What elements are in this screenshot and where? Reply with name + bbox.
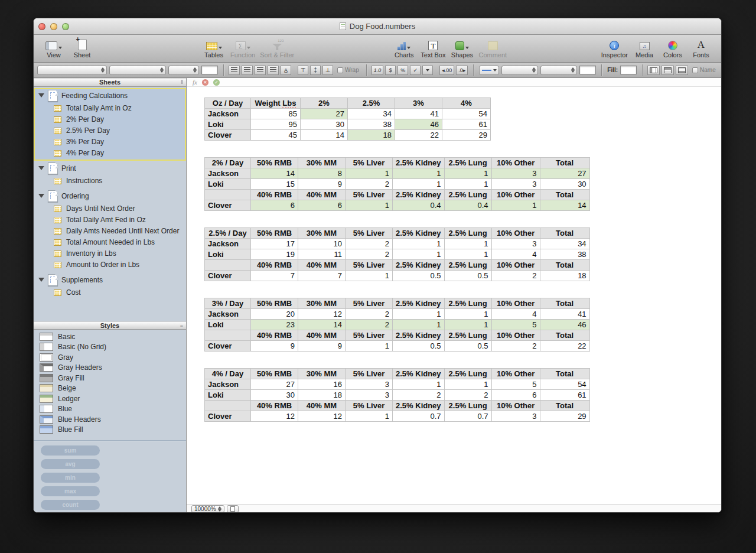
- header-cell[interactable]: 2.5% Kidney: [393, 369, 445, 379]
- style-item-blue[interactable]: Blue: [34, 404, 186, 415]
- cell[interactable]: 29: [540, 411, 589, 422]
- table-item-4-per-day[interactable]: 4% Per Day: [34, 148, 186, 159]
- header-cell[interactable]: [205, 260, 251, 271]
- cell[interactable]: 6: [298, 200, 346, 211]
- header-cell[interactable]: 4% / Day: [205, 369, 251, 379]
- cell[interactable]: 12: [298, 309, 346, 320]
- cell[interactable]: 18: [540, 271, 589, 281]
- header-cell[interactable]: 10% Other: [491, 369, 540, 379]
- header-cell[interactable]: 50% RMB: [251, 158, 298, 168]
- cell[interactable]: 3: [491, 411, 540, 422]
- zoom-control[interactable]: 10000%: [191, 505, 224, 513]
- header-cell[interactable]: 10% Other: [491, 158, 540, 168]
- align-left-button[interactable]: [229, 66, 240, 75]
- close-button[interactable]: [38, 23, 45, 30]
- row-label-cell[interactable]: Loki: [205, 320, 251, 330]
- header-cell[interactable]: 40% MM: [298, 330, 346, 341]
- header-cell[interactable]: 5% Liver: [346, 298, 393, 309]
- header-cell[interactable]: Total: [540, 401, 589, 411]
- cell[interactable]: 45: [251, 130, 301, 141]
- table-2-5-percent-per-day[interactable]: 2.5% / Day50% RMB30% MM5% Liver2.5% Kidn…: [204, 227, 590, 281]
- align-justify-button[interactable]: [268, 66, 279, 75]
- header-cell[interactable]: 2.5% Lung: [444, 228, 491, 239]
- more-formats-dropdown[interactable]: [422, 66, 433, 75]
- cell[interactable]: 5: [491, 320, 540, 330]
- cell[interactable]: 0.4: [393, 200, 445, 211]
- media-button[interactable]: ♫ Media: [633, 37, 656, 58]
- text-box-button[interactable]: T Text Box: [421, 37, 445, 58]
- cell[interactable]: 4: [491, 309, 540, 320]
- cell[interactable]: 2: [491, 271, 540, 281]
- cell[interactable]: 2: [444, 390, 491, 401]
- header-cell[interactable]: 2.5% Kidney: [393, 228, 445, 239]
- header-cell[interactable]: Total: [540, 158, 589, 168]
- header-cell[interactable]: [205, 190, 251, 200]
- cell[interactable]: 3: [491, 168, 540, 179]
- cell[interactable]: 30: [540, 179, 589, 190]
- tables-button[interactable]: Tables: [202, 37, 226, 58]
- header-cell[interactable]: 2.5% Lung: [444, 298, 491, 309]
- cell[interactable]: 1: [346, 341, 393, 352]
- disclosure-triangle-icon[interactable]: [38, 278, 44, 282]
- currency-format-button[interactable]: $: [385, 66, 396, 75]
- sheet-canvas[interactable]: Oz / DayWeight Lbs2%2.5%3%4%Jackson85273…: [187, 87, 721, 504]
- cell[interactable]: 9: [298, 341, 346, 352]
- cell[interactable]: 0.4: [444, 200, 491, 211]
- cell[interactable]: 14: [301, 130, 348, 141]
- cell[interactable]: 2: [491, 341, 540, 352]
- cell[interactable]: 0.5: [444, 271, 491, 281]
- header-cell[interactable]: 2.5% Kidney: [393, 330, 445, 341]
- header-cell[interactable]: 2.5% Lung: [444, 369, 491, 379]
- table-item-amount-to-order-in-lbs[interactable]: Amount to Order in Lbs: [34, 259, 186, 271]
- sheets-panel-header[interactable]: Sheets ‖: [34, 78, 186, 87]
- cell[interactable]: 30: [251, 390, 298, 401]
- cell[interactable]: 17: [251, 239, 298, 249]
- cell[interactable]: 16: [298, 379, 346, 390]
- header-cell[interactable]: 2.5% Kidney: [393, 260, 445, 271]
- cell[interactable]: 1: [393, 168, 445, 179]
- header-cell[interactable]: 5% Liver: [346, 369, 393, 379]
- row-label-cell[interactable]: Jackson: [205, 309, 251, 320]
- header-cell[interactable]: Total: [540, 369, 589, 379]
- formula-cancel-button[interactable]: ✕: [202, 79, 208, 86]
- cell[interactable]: 14: [298, 320, 346, 330]
- cell[interactable]: 1: [444, 239, 491, 249]
- cell[interactable]: 22: [540, 341, 589, 352]
- cell[interactable]: 3: [491, 239, 540, 249]
- header-cell[interactable]: 3% / Day: [205, 298, 251, 309]
- cell[interactable]: 61: [540, 390, 589, 401]
- cell[interactable]: 4: [491, 249, 540, 260]
- cell[interactable]: 2: [393, 390, 445, 401]
- cell[interactable]: 3: [491, 179, 540, 190]
- valign-middle-button[interactable]: ‡: [310, 66, 321, 75]
- disclosure-triangle-icon[interactable]: [38, 194, 44, 198]
- cell[interactable]: 41: [540, 309, 589, 320]
- cell[interactable]: 27: [301, 109, 348, 119]
- cell[interactable]: 23: [251, 320, 298, 330]
- header-cell[interactable]: 50% RMB: [251, 298, 298, 309]
- align-auto-button[interactable]: A̲: [281, 66, 291, 75]
- header-cell[interactable]: 2.5% Kidney: [393, 401, 445, 411]
- header-cell[interactable]: [205, 401, 251, 411]
- header-cell[interactable]: [205, 330, 251, 341]
- table-3-percent-per-day[interactable]: 3% / Day50% RMB30% MM5% Liver2.5% Kidney…: [204, 298, 590, 352]
- border-stroke-select[interactable]: [501, 66, 538, 75]
- title-bar[interactable]: Dog Food.numbers: [34, 18, 721, 35]
- header-cell[interactable]: 10% Other: [491, 228, 540, 239]
- cell[interactable]: 19: [251, 249, 298, 260]
- cell[interactable]: 3: [346, 390, 393, 401]
- border-style-dropdown[interactable]: [479, 66, 499, 75]
- sheet-item-supplements[interactable]: Supplements: [34, 273, 186, 287]
- style-item-beige[interactable]: Beige: [34, 383, 186, 394]
- cell[interactable]: 6: [251, 200, 298, 211]
- row-label-cell[interactable]: Loki: [205, 249, 251, 260]
- cell[interactable]: 18: [348, 130, 395, 141]
- header-cell[interactable]: Total: [540, 330, 589, 341]
- disclosure-triangle-icon[interactable]: [38, 93, 44, 97]
- charts-button[interactable]: Charts: [392, 37, 416, 58]
- valign-top-button[interactable]: ⊤: [298, 66, 308, 75]
- style-item-gray-headers[interactable]: Gray Headers: [34, 363, 186, 373]
- cell[interactable]: 6: [491, 390, 540, 401]
- cell[interactable]: 1: [393, 320, 445, 330]
- cell[interactable]: 12: [298, 411, 346, 422]
